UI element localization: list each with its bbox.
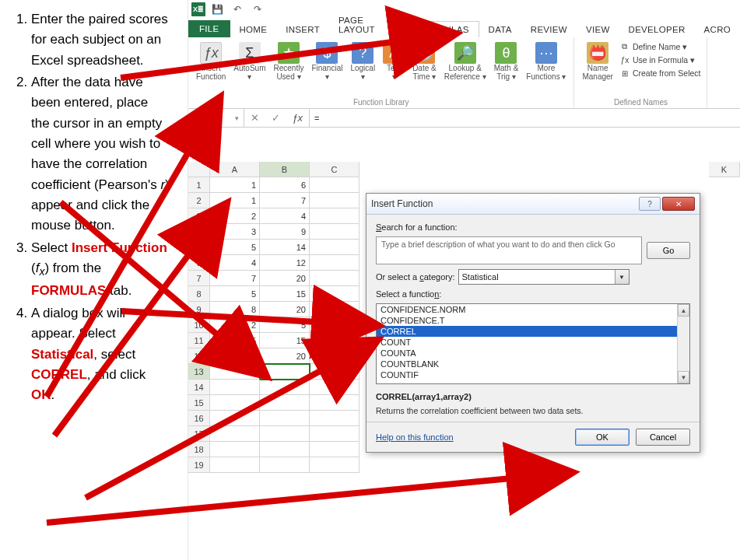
name-manager-button[interactable]: 📛 NameManager [579, 40, 615, 82]
cell[interactable]: 8 [210, 302, 260, 317]
text-button[interactable]: A Text▾ [380, 40, 408, 82]
cell[interactable] [260, 411, 310, 426]
cell[interactable] [310, 348, 359, 364]
function-list-item[interactable]: COUNTA [377, 348, 689, 359]
fx-bar-icon[interactable]: ƒx [292, 112, 303, 124]
cell[interactable]: 5 [210, 240, 260, 255]
category-dropdown[interactable]: Statistical ▼ [458, 269, 630, 285]
cell[interactable] [260, 380, 310, 395]
cell[interactable]: 2 [210, 317, 260, 333]
col-header-C[interactable]: C [310, 162, 359, 177]
dialog-help-icon[interactable]: ? [639, 197, 661, 211]
row-header[interactable]: 16 [188, 411, 210, 426]
row-header[interactable]: 17 [188, 426, 210, 442]
cell[interactable] [260, 442, 310, 457]
cell[interactable]: 5 [210, 333, 260, 348]
tab-view[interactable]: VIEW [577, 22, 619, 37]
tab-acrobat[interactable]: Acro [695, 22, 740, 37]
row-header[interactable]: 5 [188, 240, 210, 255]
cell[interactable] [260, 426, 310, 442]
cell[interactable]: 14 [260, 240, 310, 255]
row-header[interactable]: 8 [188, 286, 210, 302]
cell[interactable]: 15 [260, 333, 310, 348]
cell[interactable]: 1 [210, 193, 260, 208]
cell[interactable]: 20 [260, 302, 310, 317]
tab-data[interactable]: DATA [479, 22, 521, 37]
cell[interactable] [310, 208, 359, 224]
cell[interactable] [260, 457, 310, 473]
cell[interactable] [310, 364, 359, 380]
cell[interactable]: 2 [210, 208, 260, 224]
cell[interactable]: 6 [260, 177, 310, 193]
cell[interactable] [310, 271, 359, 286]
cell[interactable]: 12 [260, 255, 310, 271]
cell[interactable]: 3 [210, 224, 260, 240]
ok-button[interactable]: OK [575, 429, 630, 446]
function-list-item[interactable]: CONFIDENCE.NORM [377, 304, 689, 315]
search-function-input[interactable]: Type a brief description of what you wan… [376, 236, 642, 264]
cell[interactable] [310, 193, 359, 208]
math-trig-button[interactable]: θ Math &Trig ▾ [491, 40, 522, 82]
tab-developer[interactable]: DEVELOPER [619, 22, 695, 37]
cell[interactable] [310, 317, 359, 333]
function-list-item[interactable]: COUNT [377, 337, 689, 348]
cell[interactable] [310, 255, 359, 271]
financial-button[interactable]: $ Financial▾ [308, 40, 345, 82]
enter-formula-icon[interactable]: ✓ [272, 112, 280, 124]
dialog-close-icon[interactable]: ✕ [662, 197, 695, 211]
function-list-item[interactable]: CONFIDENCE.T [377, 315, 689, 326]
cell[interactable] [210, 426, 260, 442]
cell[interactable] [310, 177, 359, 193]
cell[interactable] [310, 442, 359, 457]
listbox-scrollbar[interactable]: ▲ ▼ [677, 304, 689, 383]
tab-insert[interactable]: INSERT [276, 22, 329, 37]
cell[interactable] [310, 380, 359, 395]
insert-function-button[interactable]: ƒx InsertFunction [193, 40, 229, 82]
col-header-K[interactable]: K [709, 162, 740, 177]
recently-used-button[interactable]: ★ RecentlyUsed ▾ [271, 40, 307, 82]
dropdown-arrow-icon[interactable]: ▼ [615, 270, 629, 284]
col-header-A[interactable]: A [210, 162, 260, 177]
cell[interactable] [210, 395, 260, 411]
function-listbox[interactable]: CONFIDENCE.NORMCONFIDENCE.TCORRELCOUNTCO… [376, 303, 690, 384]
row-header[interactable]: 12 [188, 348, 210, 364]
cell[interactable] [210, 442, 260, 457]
row-header[interactable]: 14 [188, 380, 210, 395]
row-header[interactable]: 11 [188, 333, 210, 348]
function-list-item[interactable]: COUNTBLANK [377, 359, 689, 369]
cell[interactable] [310, 426, 359, 442]
cell[interactable]: 20 [260, 348, 310, 364]
cell[interactable] [210, 411, 260, 426]
cell[interactable] [310, 411, 359, 426]
row-header[interactable]: 15 [188, 395, 210, 411]
col-header-B[interactable]: B [260, 162, 310, 177]
cell[interactable] [310, 224, 359, 240]
cell[interactable]: 1 [210, 177, 260, 193]
row-header[interactable]: 3 [188, 208, 210, 224]
row-header[interactable]: 10 [188, 317, 210, 333]
define-name-button[interactable]: ⧉Define Name ▾ [618, 40, 703, 53]
cell[interactable] [310, 240, 359, 255]
cell[interactable] [210, 457, 260, 473]
cell[interactable]: 3 [210, 348, 260, 364]
row-header[interactable]: 6 [188, 255, 210, 271]
date-time-button[interactable]: 🕑 Date &Time ▾ [409, 40, 440, 82]
cell[interactable] [210, 380, 260, 395]
row-header[interactable]: 4 [188, 224, 210, 240]
cell[interactable]: 5 [210, 286, 260, 302]
row-header[interactable]: 1 [188, 177, 210, 193]
cell[interactable] [310, 333, 359, 348]
row-header[interactable]: 7 [188, 271, 210, 286]
formula-input[interactable]: = [310, 109, 740, 127]
cell[interactable] [310, 457, 359, 473]
cell[interactable]: 15 [260, 286, 310, 302]
logical-button[interactable]: ? Logical▾ [347, 40, 378, 82]
cell[interactable]: 9 [260, 224, 310, 240]
use-in-formula-button[interactable]: ƒxUse in Formula ▾ [618, 54, 703, 66]
row-header[interactable]: 19 [188, 457, 210, 473]
tab-home[interactable]: HOME [230, 22, 277, 37]
cell[interactable]: 20 [260, 271, 310, 286]
cell[interactable]: 4 [260, 208, 310, 224]
help-link[interactable]: Help on this function [376, 432, 454, 442]
cell[interactable] [310, 302, 359, 317]
